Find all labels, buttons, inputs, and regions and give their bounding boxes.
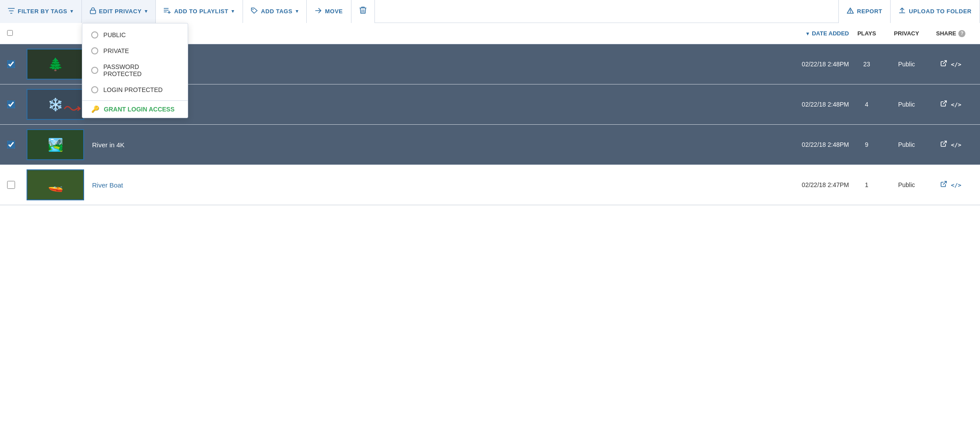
video-date: 02/22/18 2:48PM xyxy=(774,61,849,68)
toolbar-right: REPORT UPLOAD TO FOLDER xyxy=(838,0,980,23)
edit-privacy-button[interactable]: EDIT PRIVACY ▾ xyxy=(82,0,156,23)
svg-rect-0 xyxy=(90,10,96,14)
video-thumbnail: 🌲 xyxy=(27,49,84,80)
sort-down-icon: ▼ xyxy=(805,31,810,36)
video-date: 02/22/18 2:48PM xyxy=(774,141,849,148)
share-label: SHARE xyxy=(936,30,957,37)
share-help-icon[interactable]: ? xyxy=(958,30,965,37)
chevron-down-icon: ▾ xyxy=(70,8,73,14)
grant-login-access-label: GRANT LOGIN ACCESS xyxy=(104,106,175,113)
radio-password-protected xyxy=(91,67,98,74)
report-button[interactable]: REPORT xyxy=(839,0,891,23)
header-plays: PLAYS xyxy=(849,30,884,37)
row-checkbox[interactable] xyxy=(7,141,15,149)
login-protected-label: LOGIN PROTECTED xyxy=(104,86,163,93)
video-plays: 4 xyxy=(849,101,884,108)
edit-privacy-label: EDIT PRIVACY xyxy=(99,8,142,15)
video-title: Snowy Forest xyxy=(92,101,774,108)
move-label: MOVE xyxy=(325,8,343,15)
embed-code-icon[interactable]: </> xyxy=(951,61,961,68)
row-checkbox[interactable] xyxy=(7,181,15,189)
video-share-actions: </> xyxy=(929,180,973,189)
video-date: 02/22/18 2:48PM xyxy=(774,101,849,108)
video-privacy: Public xyxy=(884,101,929,108)
date-added-label: DATE ADDED xyxy=(812,30,849,37)
red-arrow-indicator xyxy=(64,103,81,115)
add-tags-button[interactable]: ADD TAGS ▾ xyxy=(243,0,307,23)
table-row: 🏞️ River in 4K 02/22/18 2:48PM 9 Public … xyxy=(0,125,980,165)
video-date: 02/22/18 2:47PM xyxy=(774,181,849,188)
video-privacy: Public xyxy=(884,61,929,68)
move-button[interactable]: MOVE xyxy=(307,0,351,23)
embed-code-icon[interactable]: </> xyxy=(951,142,961,148)
report-icon xyxy=(847,8,854,15)
select-all-checkbox[interactable] xyxy=(7,30,13,36)
grant-login-access-item[interactable]: 🔑 GRANT LOGIN ACCESS xyxy=(82,101,188,118)
trash-icon xyxy=(359,6,367,16)
share-external-icon[interactable] xyxy=(940,180,947,189)
row-checkbox-cell xyxy=(7,60,27,68)
header-privacy: PRIVACY xyxy=(884,30,929,37)
video-title[interactable]: River Boat xyxy=(92,181,774,189)
row-checkbox-cell xyxy=(7,181,27,189)
toolbar-left: FILTER BY TAGS ▾ EDIT PRIVACY ▾ PUBLI xyxy=(0,0,838,23)
privacy-label: PRIVACY xyxy=(894,30,919,37)
tag-icon xyxy=(251,8,258,15)
chevron-down-icon-playlist: ▾ xyxy=(231,8,235,14)
edit-privacy-menu: PUBLIC PRIVATE PASSWORD PROTECTED LOGIN … xyxy=(82,23,188,118)
row-checkbox[interactable] xyxy=(7,100,15,108)
playlist-icon xyxy=(164,8,171,15)
header-share: SHARE ? xyxy=(929,30,973,37)
video-thumbnail: 🏞️ xyxy=(27,129,84,160)
public-label: PUBLIC xyxy=(104,31,126,38)
radio-login-protected xyxy=(91,86,98,93)
plays-label: PLAYS xyxy=(857,30,876,37)
header-date-added[interactable]: ▼ DATE ADDED xyxy=(774,30,849,37)
delete-button[interactable] xyxy=(351,0,375,23)
row-checkbox[interactable] xyxy=(7,60,15,68)
filter-by-tags-label: FILTER BY TAGS xyxy=(18,8,67,15)
embed-code-icon[interactable]: </> xyxy=(951,101,961,108)
private-label: PRIVATE xyxy=(104,47,129,54)
key-icon: 🔑 xyxy=(91,105,100,113)
share-external-icon[interactable] xyxy=(940,140,947,149)
privacy-option-private[interactable]: PRIVATE xyxy=(82,43,188,59)
upload-icon xyxy=(899,7,906,15)
add-tags-label: ADD TAGS xyxy=(261,8,293,15)
video-thumbnail: 🚤 xyxy=(27,169,84,200)
chevron-down-icon-privacy: ▾ xyxy=(145,8,148,14)
embed-code-icon[interactable]: </> xyxy=(951,182,961,188)
privacy-option-login-protected[interactable]: LOGIN PROTECTED xyxy=(82,82,188,98)
privacy-option-public[interactable]: PUBLIC xyxy=(82,27,188,43)
video-share-actions: </> xyxy=(929,60,973,69)
header-checkbox-cell xyxy=(7,30,27,37)
toolbar: FILTER BY TAGS ▾ EDIT PRIVACY ▾ PUBLI xyxy=(0,0,980,23)
video-title: River in 4K xyxy=(92,141,774,149)
upload-to-folder-button[interactable]: UPLOAD TO FOLDER xyxy=(891,0,980,23)
privacy-option-password-protected[interactable]: PASSWORD PROTECTED xyxy=(82,59,188,82)
table-row: 🚤 River Boat 02/22/18 2:47PM 1 Public </… xyxy=(0,165,980,205)
edit-privacy-dropdown-container: EDIT PRIVACY ▾ PUBLIC PRIVATE PASSWORD P… xyxy=(82,0,156,23)
video-privacy: Public xyxy=(884,141,929,148)
lock-icon xyxy=(90,7,96,15)
add-to-playlist-button[interactable]: ADD TO PLAYLIST ▾ xyxy=(156,0,243,23)
video-privacy: Public xyxy=(884,181,929,188)
row-checkbox-cell xyxy=(7,141,27,149)
share-external-icon[interactable] xyxy=(940,60,947,69)
radio-public xyxy=(91,31,98,38)
video-plays: 1 xyxy=(849,181,884,188)
upload-to-folder-label: UPLOAD TO FOLDER xyxy=(909,8,972,15)
add-to-playlist-label: ADD TO PLAYLIST xyxy=(174,8,228,15)
filter-icon xyxy=(8,8,15,15)
radio-private xyxy=(91,47,98,54)
video-plays: 23 xyxy=(849,61,884,68)
chevron-down-icon-tags: ▾ xyxy=(296,8,299,14)
filter-by-tags-button[interactable]: FILTER BY TAGS ▾ xyxy=(0,0,82,23)
move-icon xyxy=(315,8,322,15)
share-external-icon[interactable] xyxy=(940,100,947,109)
row-checkbox-cell xyxy=(7,100,27,108)
video-share-actions: </> xyxy=(929,100,973,109)
password-protected-label: PASSWORD PROTECTED xyxy=(104,63,179,77)
svg-point-1 xyxy=(252,9,253,10)
video-plays: 9 xyxy=(849,141,884,148)
